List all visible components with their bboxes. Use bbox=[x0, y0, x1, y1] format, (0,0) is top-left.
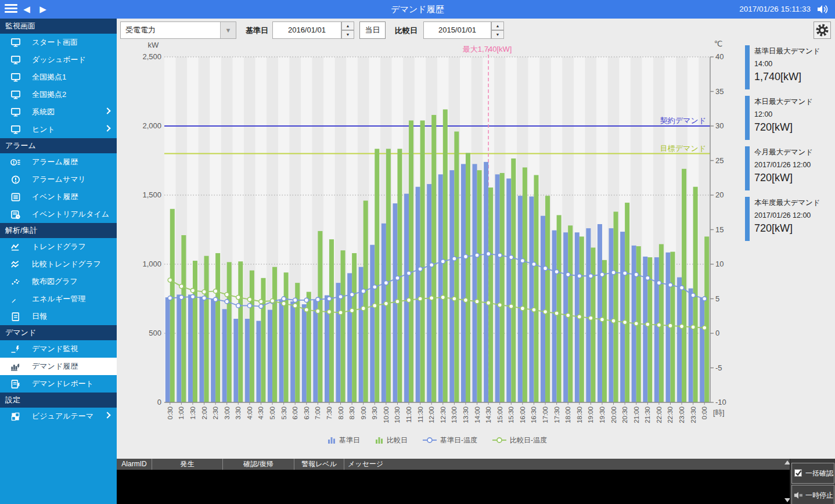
alarm-table-header: AlarmID発生確認/復帰警報レベルメッセージ bbox=[117, 459, 790, 470]
today-button[interactable]: 当日 bbox=[359, 21, 386, 39]
line-series-icon bbox=[423, 437, 437, 444]
card-value: 1,740[kW] bbox=[754, 71, 832, 83]
legend-label: 比較日 bbox=[387, 435, 408, 445]
signal-select[interactable]: 受電電力 ▼ bbox=[120, 21, 236, 39]
sidebar-item-trend[interactable]: トレンドグラフ bbox=[0, 238, 117, 255]
svg-text:-5: -5 bbox=[715, 363, 722, 372]
sidebar-item-demand-watch[interactable]: デマンド監視 bbox=[0, 340, 117, 358]
chevron-right-icon bbox=[104, 125, 110, 131]
card-base-day-max: 基準日最大デマンド 14:00 1,740[kW] bbox=[745, 45, 832, 89]
alarm-panel: AlarmID発生確認/復帰警報レベルメッセージ 一括確認 一時停止 bbox=[117, 459, 835, 504]
sidebar-item-monitor[interactable]: 全国拠点1 bbox=[0, 69, 117, 86]
gear-icon bbox=[814, 22, 830, 38]
base-date-input[interactable]: 2016/01/01 bbox=[272, 21, 341, 39]
legend-label: 比較日-温度 bbox=[510, 435, 547, 445]
sidebar-item-label: ビジュアルテーマ bbox=[32, 411, 93, 422]
svg-text:14:30: 14:30 bbox=[485, 406, 492, 423]
sidebar-item-label: アラーム履歴 bbox=[32, 157, 78, 167]
svg-text:20:30: 20:30 bbox=[621, 406, 628, 423]
sidebar-item-monitor[interactable]: スタート画面 bbox=[0, 34, 117, 51]
card-title: 今月最大デマンド bbox=[754, 146, 832, 157]
ack-all-button[interactable]: 一括確認 bbox=[791, 463, 834, 484]
pause-sound-label: 一時停止 bbox=[805, 491, 833, 501]
legend-item[interactable]: 比較日-温度 bbox=[492, 435, 547, 445]
alarm-table-body[interactable] bbox=[117, 470, 790, 504]
sidebar-item-theme[interactable]: ビジュアルテーマ bbox=[0, 408, 117, 425]
sidebar-item-demand-history-selected[interactable]: デマンド履歴 bbox=[0, 358, 117, 375]
sidebar-item-trend-compare[interactable]: 比較トレンドグラフ bbox=[0, 255, 117, 273]
sidebar-item-label: イベントリアルタイム bbox=[32, 209, 109, 219]
sidebar-section-header: アラーム bbox=[0, 138, 117, 153]
spin-down-icon[interactable]: ▼ bbox=[341, 30, 354, 39]
compare-date-label: 比較日 bbox=[395, 26, 418, 36]
legend-item[interactable]: 比較日 bbox=[375, 435, 408, 445]
card-accent bbox=[745, 146, 750, 190]
alarm-column-header[interactable]: メッセージ bbox=[344, 459, 790, 470]
speaker-icon[interactable] bbox=[816, 3, 829, 15]
card-year-max: 本年度最大デマンド 2017/01/26 12:00 720[kW] bbox=[745, 197, 832, 241]
alarm-column-header[interactable]: 警報レベル bbox=[294, 459, 344, 470]
sidebar-item-event-realtime[interactable]: イベントリアルタイム bbox=[0, 206, 117, 223]
sidebar-item-alarm-history[interactable]: アラーム履歴 bbox=[0, 153, 117, 171]
sidebar-item-label: スタート画面 bbox=[32, 37, 78, 48]
card-time: 14:00 bbox=[754, 60, 832, 68]
svg-text:22:00: 22:00 bbox=[656, 406, 663, 423]
base-date-label: 基準日 bbox=[246, 26, 268, 36]
sidebar-item-label: 比較トレンドグラフ bbox=[32, 259, 101, 269]
pause-sound-button[interactable]: 一時停止 bbox=[791, 485, 834, 504]
card-value: 720[kW] bbox=[754, 121, 832, 134]
sidebar-item-monitor[interactable]: ヒント bbox=[0, 121, 117, 138]
spin-up-icon[interactable]: ▲ bbox=[341, 21, 354, 30]
sidebar-item-demand-report[interactable]: デマンドレポート bbox=[0, 375, 117, 393]
svg-text:17:30: 17:30 bbox=[553, 406, 560, 423]
chart-toolbar: 受電電力 ▼ 基準日 2016/01/01 ▲ ▼ 当日 比較日 2015/01… bbox=[117, 19, 835, 42]
svg-text:21:30: 21:30 bbox=[644, 406, 651, 423]
sidebar-item-monitor[interactable]: ダッシュボード bbox=[0, 51, 117, 69]
spin-down-icon[interactable]: ▼ bbox=[491, 30, 504, 39]
card-time: 2017/01/26 12:00 bbox=[754, 211, 832, 219]
sidebar-item-label: イベント履歴 bbox=[32, 192, 78, 202]
svg-text:23:00: 23:00 bbox=[678, 406, 685, 423]
svg-text:15: 15 bbox=[715, 225, 724, 234]
checkbox-checked-icon bbox=[794, 469, 803, 478]
svg-text:0: 0 bbox=[157, 398, 161, 406]
svg-text:18:30: 18:30 bbox=[576, 406, 583, 423]
demand-watch-icon bbox=[10, 344, 21, 354]
sidebar-item-label: デマンド監視 bbox=[32, 344, 78, 354]
sidebar-item-alarm-summary[interactable]: アラームサマリ bbox=[0, 171, 117, 188]
svg-text:19:00: 19:00 bbox=[587, 406, 594, 423]
svg-text:13:00: 13:00 bbox=[451, 406, 458, 423]
sidebar-item-label: 系統図 bbox=[32, 107, 55, 117]
sidebar-item-monitor[interactable]: 系統図 bbox=[0, 103, 117, 121]
report-icon bbox=[10, 312, 21, 321]
ack-all-label: 一括確認 bbox=[805, 469, 833, 478]
alarm-column-header[interactable]: AlarmID bbox=[117, 459, 152, 470]
svg-text:40: 40 bbox=[715, 52, 724, 61]
demand-summary-panel: 基準日最大デマンド 14:00 1,740[kW] 本日最大デマンド 12:00… bbox=[745, 45, 832, 247]
monitor-icon bbox=[10, 107, 21, 117]
speaker-pause-icon bbox=[794, 491, 803, 500]
alarm-column-header[interactable]: 確認/復帰 bbox=[223, 459, 294, 470]
alarm-column-header[interactable]: 発生 bbox=[152, 459, 223, 470]
svg-text:1:30: 1:30 bbox=[189, 406, 196, 419]
settings-gear-button[interactable] bbox=[814, 21, 831, 39]
legend-item[interactable]: 基準日-温度 bbox=[423, 435, 477, 445]
svg-text:35: 35 bbox=[715, 87, 724, 96]
compare-date-input[interactable]: 2015/01/01 bbox=[423, 21, 491, 39]
spin-up-icon[interactable]: ▲ bbox=[491, 21, 504, 30]
chevron-down-icon[interactable]: ▼ bbox=[220, 22, 236, 38]
sidebar-item-monitor[interactable]: 全国拠点2 bbox=[0, 86, 117, 103]
sidebar-item-event-history[interactable]: イベント履歴 bbox=[0, 188, 117, 206]
card-accent bbox=[745, 197, 750, 241]
sidebar-item-report[interactable]: 日報 bbox=[0, 308, 117, 325]
monitor-icon bbox=[10, 90, 21, 99]
sidebar-item-leaf[interactable]: エネルギー管理 bbox=[0, 290, 117, 308]
card-time: 2017/01/26 12:00 bbox=[754, 161, 832, 169]
trend-compare-icon bbox=[10, 260, 21, 269]
top-bar: ◀ ▶ デマンド履歴 2017/01/26 15:11:33 bbox=[0, 0, 835, 19]
sidebar-item-scatter[interactable]: 散布図グラフ bbox=[0, 273, 117, 290]
svg-text:5:30: 5:30 bbox=[280, 406, 287, 419]
svg-text:kW: kW bbox=[148, 41, 160, 49]
legend-item[interactable]: 基準日 bbox=[327, 435, 360, 445]
card-month-max: 今月最大デマンド 2017/01/26 12:00 720[kW] bbox=[745, 146, 832, 190]
